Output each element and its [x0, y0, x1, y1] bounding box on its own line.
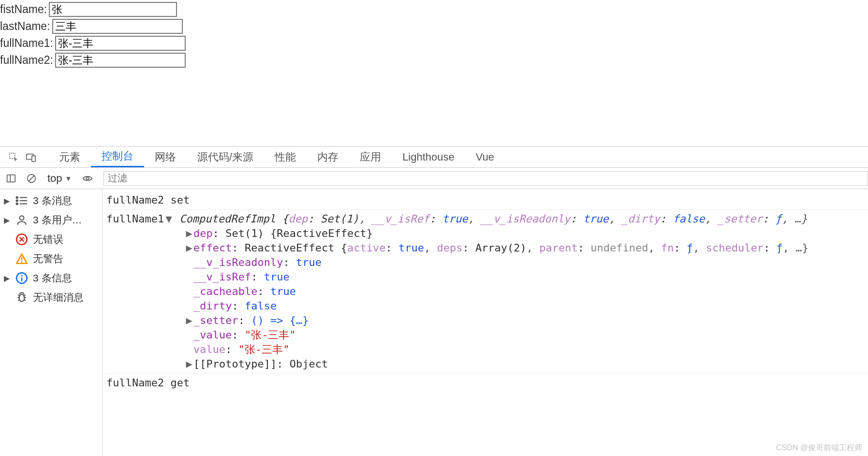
lastname-label: lastName: — [0, 20, 50, 33]
lastname-input[interactable] — [52, 19, 183, 34]
page-form: fistName: lastName: fullName1: fullName2… — [0, 0, 868, 70]
fullname2-label: fullName2: — [0, 54, 53, 67]
lastname-row: lastName: — [0, 18, 868, 35]
fullname2-row: fullName2: — [0, 52, 868, 69]
fullname2-input[interactable] — [55, 53, 186, 68]
firstname-row: fistName: — [0, 1, 868, 18]
fullname1-label: fullName1: — [0, 37, 53, 50]
fullname1-input[interactable] — [55, 36, 186, 51]
firstname-label: fistName: — [0, 3, 47, 16]
firstname-input[interactable] — [49, 2, 177, 17]
fullname1-row: fullName1: — [0, 35, 868, 52]
